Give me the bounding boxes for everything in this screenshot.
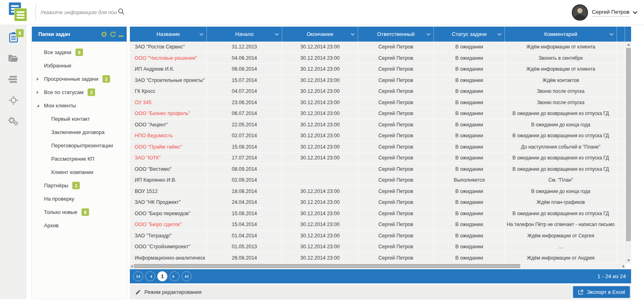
chevron-down-icon[interactable] xyxy=(610,32,614,36)
chevron-down-icon[interactable] xyxy=(200,32,204,36)
start-date-cell: 04.06.2014 xyxy=(207,53,282,64)
expand-arrow-icon[interactable] xyxy=(37,91,39,94)
sidebar-item-tasks[interactable]: 8 xyxy=(0,31,27,45)
folder-item[interactable]: Все задачи8 xyxy=(32,46,127,59)
horizontal-scrollbar[interactable] xyxy=(130,264,625,269)
row-spacer-cell xyxy=(617,230,625,241)
table-row[interactable]: ЗАО "Ростов Сервис"31.12.201330.12.2014 … xyxy=(130,42,625,53)
table-row[interactable]: ООО "Числовые решения"04.06.201430.12.20… xyxy=(130,53,625,64)
table-row[interactable]: ЗАО "Тетраэдр"01.04.201430.12.2014 23:00… xyxy=(130,230,625,242)
status-cell: В ожидании xyxy=(434,97,505,108)
table-row[interactable]: ИП Андреев И.К.06.08.201430.12.2014 23:0… xyxy=(130,64,625,75)
folder-item[interactable]: Партнёры1 xyxy=(32,179,127,192)
pagination-next-button[interactable] xyxy=(169,271,179,281)
column-header-label: Статус задачи xyxy=(452,31,486,37)
pagination-page-button[interactable]: 1 xyxy=(157,271,167,281)
sidebar-item-folders[interactable] xyxy=(0,52,27,66)
pagination-first-button[interactable] xyxy=(133,271,143,281)
end-date-cell: 30.12.2014 23:00 xyxy=(282,241,358,252)
scroll-left-arrow-icon[interactable] xyxy=(131,265,133,268)
scroll-down-arrow-icon[interactable] xyxy=(627,260,630,262)
table-row[interactable]: ООО "Бюро сделок"15.04.201430.12.2014 23… xyxy=(130,219,625,230)
pagination-prev-button[interactable] xyxy=(145,271,155,281)
scroll-up-arrow-icon[interactable] xyxy=(627,44,630,46)
export-excel-button[interactable]: Экспорт в Excel xyxy=(573,286,630,298)
table-row[interactable]: ООО "Акцент"22.05.201430.12.2014 23:00Се… xyxy=(130,119,625,131)
sidebar-item-target[interactable] xyxy=(0,94,27,108)
table-row[interactable]: ООО "Вестимо"08.09.2014Сергей ПетровВ ож… xyxy=(130,164,625,175)
edit-mode-label[interactable]: Режим редактирования xyxy=(144,289,202,295)
table-row[interactable]: ИП Карпенко И.В.02.09.2014Сергей ПетровВ… xyxy=(130,175,625,186)
user-name: Сергей Петров xyxy=(592,9,629,17)
folder-item[interactable]: Рассмотрение КП xyxy=(32,152,127,166)
table-row[interactable]: ООО "Бизнес профиль"06.07.201430.12.2014… xyxy=(130,108,625,119)
minimize-icon[interactable] xyxy=(119,36,123,37)
task-name-cell: ООО "Стройхимпроект" xyxy=(130,241,207,252)
folder-item[interactable]: На проверку xyxy=(32,192,127,205)
start-date-cell: 23.06.2014 xyxy=(207,97,282,108)
table-row[interactable]: ВОУ 151218.08.201430.12.2014 23:00Сергей… xyxy=(130,186,625,197)
folder-item[interactable]: Избранные xyxy=(32,59,127,72)
table-row[interactable]: ЗАО "НК Проджект"24.04.201430.12.2014 23… xyxy=(130,197,625,208)
folder-item[interactable]: Только новые8 xyxy=(32,205,127,219)
expand-arrow-icon[interactable] xyxy=(37,78,39,81)
column-header[interactable]: Название xyxy=(130,27,207,42)
comment-cell: В ожидании до конца года xyxy=(505,186,617,197)
vertical-scrollbar[interactable] xyxy=(625,42,631,264)
table-row[interactable]: ЗАО "Строительные проекты"15.07.201430.1… xyxy=(130,75,625,86)
table-row[interactable]: ООО "Прайм таймс"15.08.201430.12.2014 23… xyxy=(130,142,625,153)
scroll-right-arrow-icon[interactable] xyxy=(623,265,625,268)
folder-item[interactable]: Клиент компании xyxy=(32,166,127,179)
table-row[interactable]: ОУ 34523.06.201430.12.2014 23:00Сергей П… xyxy=(130,97,625,109)
comment-cell: Звоню после отпуска xyxy=(505,86,617,97)
app-logo-icon[interactable] xyxy=(9,2,29,23)
collapse-arrow-icon[interactable] xyxy=(37,105,39,107)
column-header[interactable]: Комментарий xyxy=(505,27,617,42)
folder-item[interactable]: Мои клиенты xyxy=(32,99,127,112)
folder-item[interactable]: Заключение договора xyxy=(32,126,127,139)
sidebar-item-lists[interactable] xyxy=(0,73,27,87)
refresh-icon[interactable] xyxy=(110,31,116,38)
folder-item-label: Все задачи xyxy=(44,49,71,55)
user-menu[interactable]: Сергей Петров xyxy=(572,4,637,21)
chevron-down-icon[interactable] xyxy=(351,32,355,36)
owner-cell: Сергей Петров xyxy=(358,142,434,153)
status-cell: Выполняется xyxy=(434,175,505,186)
owner-cell: Сергей Петров xyxy=(358,86,434,97)
folder-item[interactable]: Просроченные задачи2 xyxy=(32,72,127,86)
folder-item-label: Все по статусам xyxy=(44,89,83,95)
status-cell: В ожидании xyxy=(434,241,505,252)
column-header[interactable]: Ответственный xyxy=(358,27,434,42)
table-row[interactable]: ООО "Бюро переводов"15.08.201430.12.2014… xyxy=(130,208,625,220)
column-header[interactable]: Окончание xyxy=(282,27,358,42)
owner-cell: Сергей Петров xyxy=(358,130,434,141)
end-date-cell: 30.12.2014 23:00 xyxy=(282,64,358,75)
folder-item[interactable]: Первый контакт xyxy=(32,112,127,126)
folder-item[interactable]: Переговоры/презентации xyxy=(32,139,127,152)
chevron-down-icon[interactable] xyxy=(275,32,279,36)
table-row[interactable]: НПО Ведомость02.07.201430.12.2014 23:00С… xyxy=(130,130,625,142)
header-spacer-cell xyxy=(617,27,625,42)
table-row[interactable]: ЗАО "ЮТК"17.07.201430.12.2014 23:00Серге… xyxy=(130,153,625,164)
table-row[interactable]: ГК Кросс04.07.201430.12.2014 23:00Сергей… xyxy=(130,86,625,97)
comment-cell: Звонить в сентябре xyxy=(505,53,617,64)
end-date-cell: 30.12.2014 23:00 xyxy=(282,230,358,241)
row-spacer-cell xyxy=(617,108,625,119)
folder-item[interactable]: Все по статусам2 xyxy=(32,86,127,99)
row-spacer-cell xyxy=(617,153,625,163)
gear-icon[interactable] xyxy=(101,31,107,38)
search-input[interactable] xyxy=(40,7,117,17)
pagination-last-button[interactable] xyxy=(181,271,192,281)
vertical-scrollbar-thumb[interactable] xyxy=(626,48,631,241)
folder-item[interactable]: Архив xyxy=(32,219,127,232)
chevron-down-icon[interactable] xyxy=(427,32,431,36)
status-cell: В ожидании xyxy=(434,230,505,241)
sidebar-item-settings[interactable] xyxy=(0,115,27,129)
chevron-down-icon[interactable] xyxy=(498,32,502,36)
table-row[interactable]: ООО "Стройхимпроект"01.05.201330.12.2014… xyxy=(130,241,625,253)
search-icon[interactable] xyxy=(118,8,125,17)
column-header[interactable]: Статус задачи xyxy=(434,27,505,42)
horizontal-scrollbar-thumb[interactable] xyxy=(134,264,520,268)
column-header[interactable]: Начало xyxy=(207,27,282,42)
table-row[interactable]: Информационно-аналитическ26.08.201430.12… xyxy=(130,253,625,264)
